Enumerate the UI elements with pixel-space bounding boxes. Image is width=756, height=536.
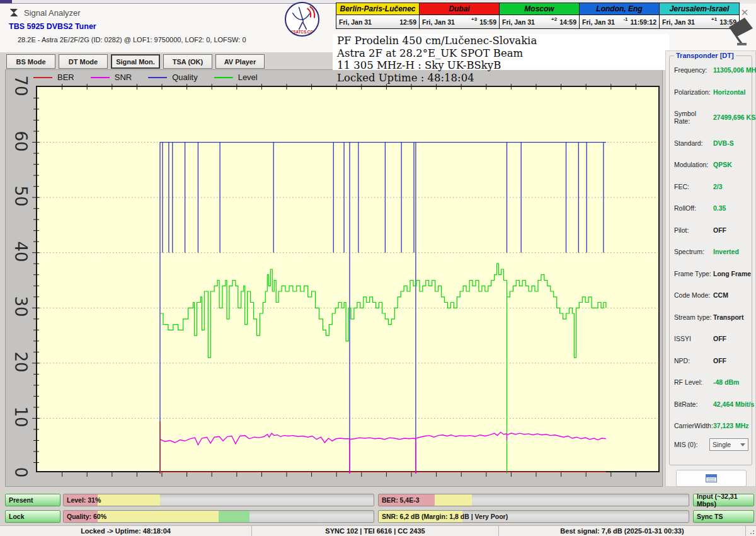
y-tick-label: 70 — [11, 75, 30, 96]
field-value: QPSK — [713, 161, 732, 168]
world-clock: Moscow Fri, Jan 31 +2 14:59 — [500, 3, 580, 29]
field-label: NPD: — [674, 357, 713, 364]
overlay-line-satellite: Astra 2F at 28.2°E_UK SPOT Beam — [337, 47, 537, 60]
y-tick-label: 40 — [11, 241, 30, 262]
field-label: RF Level: — [674, 378, 713, 386]
clock-city: London, Eng — [580, 3, 659, 15]
transponder-field: ISSYIOFF — [674, 335, 750, 342]
field-label: Symbol Rate: — [674, 110, 713, 125]
field-label: Stream type: — [674, 313, 713, 321]
clock-city: Berlin-Paris-Lučenec — [336, 3, 419, 15]
field-value: 37,123 MHz — [713, 422, 749, 429]
legend-label: SNR — [115, 73, 132, 82]
field-value: Transport — [713, 313, 743, 321]
signal-chart-panel: BERSNRQualityLevel 010203040506070 — [5, 69, 663, 487]
field-label: FEC: — [674, 183, 713, 190]
clock-date: Fri, Jan 31 — [422, 18, 455, 26]
mode-button-tsa-ok[interactable]: TSA (OK) — [163, 54, 212, 69]
legend-item: BER — [33, 73, 74, 82]
world-clock: Berlin-Paris-Lučenec Fri, Jan 31 12:59 — [336, 3, 420, 29]
field-value: 27499,696 KS/s — [713, 114, 756, 121]
field-label: CarrierWidth: — [674, 422, 713, 429]
legend-label: BER — [57, 73, 74, 82]
mode-button-dt-mode[interactable]: DT Mode — [59, 54, 108, 69]
toolbar: BS ModeDT ModeSignal Mon.TSA (OK)AV Play… — [6, 54, 265, 69]
field-value: Horizontal — [713, 88, 745, 96]
transponder-field: RollOff:0.35 — [674, 204, 750, 212]
transponder-field: Stream type:Transport — [674, 313, 750, 321]
mis-value: Single — [713, 441, 731, 448]
bar-label: Quality: 60% — [67, 511, 106, 522]
field-label: ISSYI — [674, 335, 713, 342]
clock-date: Fri, Jan 31 — [339, 18, 372, 26]
input-badge: Input (~32,31 Mbps) — [693, 494, 754, 506]
mis-select[interactable]: Single — [709, 438, 748, 451]
transponder-panel: Transponder [DT] Frequency:11305,006 MHz… — [665, 50, 756, 487]
mode-button-signal-mon[interactable]: Signal Mon. — [111, 54, 160, 69]
y-tick-label: 30 — [11, 296, 30, 317]
y-tick-label: 0 — [11, 462, 30, 483]
field-label: Modulation: — [674, 161, 713, 168]
transponder-groupbox: Transponder [DT] Frequency:11305,006 MHz… — [669, 55, 752, 465]
y-tick-label: 50 — [11, 185, 30, 207]
chevron-down-icon — [740, 443, 745, 446]
y-tick-label: 20 — [11, 351, 30, 373]
window-title: Signal Analyzer — [24, 8, 81, 18]
status-sync-counters: SYNC 102 | TEI 6616 | CC 2435 — [252, 526, 499, 536]
bar-segment-yellow — [98, 494, 159, 506]
signal-analyzer-window: Signal Analyzer TBS 5925 DVBS2 Tuner 28.… — [0, 0, 756, 536]
field-label: Frame Type: — [674, 270, 713, 277]
mode-button-bs-mode[interactable]: BS Mode — [6, 54, 55, 69]
mode-button-av-player[interactable]: AV Player — [215, 54, 265, 69]
bar-label: Level: 31% — [67, 494, 101, 506]
snr-bar: SNR: 6,2 dB (Margin: 1,8 dB | Very Poor) — [378, 510, 689, 523]
window-icon — [706, 474, 717, 482]
transponder-field: Code Mode:CCM — [674, 291, 750, 299]
dxsatcs-logo: DXSATCS.COM — [285, 2, 319, 37]
y-tick-label: 60 — [11, 131, 30, 152]
field-value: 42,464 Mbit/s — [713, 400, 754, 408]
field-label: RollOff: — [674, 204, 713, 212]
chart-plot-area — [36, 86, 660, 472]
world-clock: Dubai Fri, Jan 31 +3 15:59 — [420, 3, 500, 29]
legend-label: Quality — [172, 73, 197, 82]
world-clock: London, Eng Fri, Jan 31 -1 11:59:12 — [580, 3, 660, 29]
clock-time: 12:59 — [399, 18, 416, 26]
field-value: CCM — [713, 291, 728, 299]
bar-segment-green — [219, 511, 249, 522]
transponder-fields: Frequency:11305,006 MHzPolarization:Hori… — [674, 66, 750, 429]
field-label: Code Mode: — [674, 291, 713, 299]
transponder-field: NPD:OFF — [674, 357, 750, 364]
legend-label: Level — [238, 73, 258, 82]
legend-swatch-quality — [148, 77, 167, 78]
field-label: BitRate: — [674, 400, 713, 408]
overlay-line-uptime: Locked Uptime : 48:18:04 — [337, 72, 537, 84]
clock-time: 15:59 — [479, 18, 496, 26]
transponder-field: CarrierWidth:37,123 MHz — [674, 422, 750, 429]
present-badge: Present — [5, 494, 60, 506]
chart-legend: BERSNRQualityLevel — [33, 73, 258, 82]
clock-utc-offset: +2 — [551, 16, 557, 22]
transponder-field: RF Level:-48 dBm — [674, 378, 750, 386]
mis-label: MIS (0): — [674, 441, 697, 448]
transponder-title: Transponder [DT] — [674, 52, 736, 59]
clock-date: Fri, Jan 31 — [582, 18, 615, 26]
lock-badge: Lock — [5, 510, 60, 523]
quality-bar: Quality: 60% — [63, 510, 374, 523]
title-bar: Signal Analyzer — [9, 8, 81, 18]
ts-window-button[interactable] — [676, 470, 747, 487]
y-tick-label: 10 — [11, 406, 30, 428]
field-value: 2/3 — [713, 183, 723, 190]
clock-city: Moscow — [500, 3, 579, 15]
legend-item: Quality — [148, 73, 197, 82]
field-label: Standard: — [674, 139, 713, 147]
clock-time: 11:59:12 — [631, 18, 656, 26]
field-label: Frequency: — [674, 66, 713, 74]
status-best-signal: Best signal: 7,6 dB (2025-01-31 00:33) — [499, 526, 746, 536]
transponder-field: FEC:2/3 — [674, 183, 750, 190]
legend-swatch-ber — [33, 77, 52, 78]
clock-utc-offset: -1 — [623, 16, 627, 22]
resize-grip[interactable] — [747, 526, 756, 536]
bar-segment-yellow — [435, 494, 472, 506]
transponder-field: Standard:DVB-S — [674, 139, 750, 147]
